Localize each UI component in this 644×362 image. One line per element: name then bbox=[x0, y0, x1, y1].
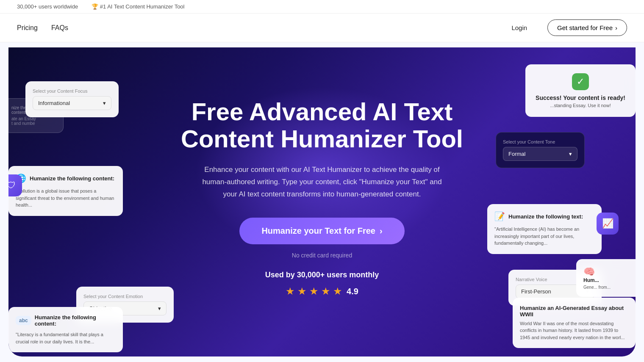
top-banner: 30,000+ users worldwide 🏆 #1 AI Text Con… bbox=[0, 0, 644, 14]
pencil-icon: 📝 bbox=[494, 211, 505, 221]
trophy-icon: 🏆 bbox=[92, 3, 98, 10]
card-content-focus: Select your Content Focus Informational … bbox=[25, 81, 119, 117]
hero-cta-button[interactable]: Humanize your Text for Free › bbox=[239, 218, 404, 244]
star-1: ★ bbox=[286, 285, 295, 297]
check-icon: ✓ bbox=[572, 73, 589, 90]
card-header-right: 📝 Humanize the following text: bbox=[494, 211, 594, 221]
users-count: 30,000+ users worldwide bbox=[17, 3, 78, 10]
card-humanize-content-left: 🌐 Humanize the following content: "Pollu… bbox=[8, 166, 123, 216]
hero-content: Free Advanced AI Text Content Humanizer … bbox=[181, 98, 463, 297]
star-2: ★ bbox=[297, 285, 307, 297]
arrow-icon: › bbox=[380, 226, 383, 236]
card-header2: abc Humanize the following content: bbox=[16, 314, 116, 327]
nav-pricing[interactable]: Pricing bbox=[17, 24, 38, 32]
award-badge: 🏆 #1 AI Text Content Humanizer Tool bbox=[92, 3, 184, 10]
users-monthly-text: Used by 30,000+ users monthly bbox=[181, 271, 463, 279]
card-header: 🌐 Humanize the following content: bbox=[16, 173, 116, 183]
star-5: ★ bbox=[333, 285, 342, 297]
get-started-button[interactable]: Get started for Free › bbox=[547, 19, 627, 36]
hero-title: Free Advanced AI Text Content Humanizer … bbox=[181, 98, 463, 152]
card-partial-right: 🧠 Hum... Gene... from... bbox=[576, 259, 636, 297]
star-3: ★ bbox=[309, 285, 319, 297]
login-button[interactable]: Login bbox=[511, 24, 527, 31]
shield-badge: 🛡 bbox=[8, 174, 22, 196]
chevron-down-icon: ▾ bbox=[103, 100, 106, 106]
card-essay: Humanize an AI-Generated Essay about WWI… bbox=[513, 298, 636, 348]
navbar: Pricing FAQs Login Get started for Free … bbox=[0, 14, 644, 42]
brain-icon: 🧠 bbox=[583, 266, 595, 277]
star-4: ★ bbox=[321, 285, 330, 297]
card-humanize-content-left2: abc Humanize the following content: "Lit… bbox=[8, 307, 123, 352]
rating-row: ★ ★ ★ ★ ★ 4.9 bbox=[181, 285, 463, 297]
chevron-down-icon: ▾ bbox=[569, 151, 572, 157]
content-focus-select[interactable]: Informational ▾ bbox=[33, 96, 111, 110]
nav-faqs[interactable]: FAQs bbox=[51, 24, 68, 32]
nav-links: Pricing FAQs bbox=[17, 24, 68, 32]
content-tone-select[interactable]: Formal ▾ bbox=[503, 147, 577, 161]
card-content-tone: Select your Content Tone Formal ▾ bbox=[496, 132, 585, 168]
hero-section: nize the following content: ate an Essay… bbox=[8, 47, 636, 356]
rating-number: 4.9 bbox=[347, 287, 358, 296]
no-credit-card-text: No credit card required bbox=[181, 252, 463, 259]
chevron-down-icon: ▾ bbox=[158, 305, 161, 312]
card-success: ✓ Success! Your content is ready! ...sta… bbox=[525, 64, 636, 117]
hero-subtitle: Enhance your content with our AI Text Hu… bbox=[199, 164, 445, 201]
card-humanize-text-right: 📝 Humanize the following text: "Artifici… bbox=[487, 204, 602, 254]
abc-icon: abc bbox=[16, 316, 31, 325]
arrow-icon: › bbox=[615, 24, 617, 31]
trend-badge: 📈 bbox=[597, 213, 619, 235]
